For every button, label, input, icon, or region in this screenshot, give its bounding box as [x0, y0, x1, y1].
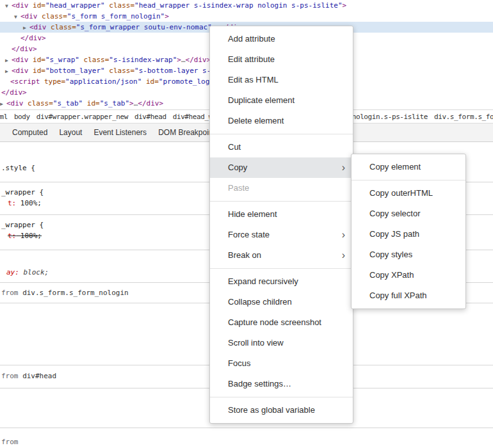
breadcrumb-item-body[interactable]: body: [11, 113, 33, 121]
menu-item-delete-element[interactable]: Delete element: [210, 111, 353, 131]
menu-item-store-as-global-variable[interactable]: Store as global variable: [210, 400, 353, 420]
css-property-name: ay:: [6, 268, 19, 276]
css-rule-selector[interactable]: _wrapper {: [1, 188, 44, 198]
closing-tag-token: </div>: [20, 34, 46, 42]
menu-item-duplicate-element[interactable]: Duplicate element: [210, 90, 353, 111]
css-rule-selector[interactable]: _wrapper {: [1, 220, 44, 230]
menu-item-focus[interactable]: Focus: [210, 353, 353, 374]
attr-value-token: "head_wrapper s-isindex-wrap nologin s-p…: [134, 1, 343, 10]
menu-item-copy-xpath[interactable]: Copy XPath: [352, 265, 465, 285]
inherited-from-row: from: [1, 437, 19, 447]
css-property-value[interactable]: 100%;: [16, 199, 42, 207]
tag-token: <div: [12, 56, 29, 64]
breadcrumb-item-s-form[interactable]: div.s_form.s_form_nologin: [431, 113, 493, 121]
menu-item-expand-recursively[interactable]: Expand recursively: [210, 271, 353, 292]
dom-tree-row[interactable]: ▼<div id="head_wrapper" class="head_wrap…: [0, 0, 493, 11]
inherited-from-row: from div#head: [1, 371, 56, 381]
disclosure-triangle-icon[interactable]: ▶: [0, 99, 6, 109]
menu-item-add-attribute[interactable]: Add attribute: [210, 29, 353, 49]
attr-name-token: class=: [38, 12, 67, 20]
menu-item-hide-element[interactable]: Hide element: [210, 204, 353, 225]
attr-value-token: "application/json": [65, 77, 141, 86]
disclosure-triangle-icon[interactable]: ▼: [14, 12, 20, 22]
menu-item-edit-as-html[interactable]: Edit as HTML: [210, 70, 353, 90]
closing-tag-token: </div>: [12, 45, 37, 53]
copy-submenu: Copy element Copy outerHTML Copy selecto…: [351, 154, 466, 309]
disclosure-triangle-icon[interactable]: ▶: [23, 22, 29, 33]
css-property-value: block;: [19, 268, 49, 276]
attr-value-token: "bottom_layer": [45, 67, 105, 75]
attr-name-token: class=: [79, 56, 109, 64]
tag-token: <div: [6, 99, 24, 108]
css-property-name[interactable]: t:: [8, 232, 16, 240]
css-property-name[interactable]: t:: [8, 199, 16, 207]
menu-item-edit-attribute[interactable]: Edit attribute: [210, 49, 353, 70]
menu-item-copy-full-xpath[interactable]: Copy full XPath: [352, 285, 465, 306]
menu-separator: [352, 180, 465, 180]
attr-name-token: id=: [83, 99, 100, 108]
tag-token: >: [165, 12, 169, 20]
disclosure-triangle-icon[interactable]: ▼: [5, 1, 12, 11]
tab-event-listeners[interactable]: Event Listeners: [88, 124, 152, 141]
menu-item-copy-styles[interactable]: Copy styles: [352, 244, 465, 265]
disclosure-triangle-icon[interactable]: ▶: [5, 66, 12, 76]
menu-separator: [210, 397, 353, 397]
menu-separator: [210, 201, 353, 202]
inherited-from-label: from: [1, 372, 22, 380]
attr-name-token: id=: [29, 56, 46, 64]
tab-layout[interactable]: Layout: [53, 124, 88, 141]
menu-item-cut[interactable]: Cut: [210, 137, 353, 157]
css-property-value[interactable]: 100%;: [16, 232, 42, 240]
attr-name-token: id=: [29, 67, 46, 75]
menu-item-paste: Paste: [210, 178, 353, 198]
tab-computed[interactable]: Computed: [6, 124, 53, 141]
attr-value-token: "head_wrapper": [45, 1, 105, 10]
element-style-selector[interactable]: .style {: [1, 163, 35, 173]
menu-item-break-on[interactable]: Break on›: [210, 245, 353, 266]
css-property-row-overridden[interactable]: t: 100%;: [8, 231, 42, 241]
attr-value-token: "s-isindex-wrap": [109, 56, 177, 64]
attr-name-token: class=: [105, 67, 134, 75]
inherited-from-label: from: [1, 289, 22, 297]
menu-item-collapse-children[interactable]: Collapse children: [210, 292, 353, 312]
context-menu: Add attribute Edit attribute Edit as HTM…: [209, 26, 353, 424]
attr-name-token: class=: [105, 1, 134, 10]
tag-token: >: [177, 56, 181, 64]
submenu-chevron-icon: ›: [342, 245, 345, 265]
submenu-chevron-icon: ›: [342, 157, 345, 177]
tag-token: >: [343, 1, 347, 10]
tag-token: </div>: [138, 99, 163, 108]
style-section-separator: [0, 428, 493, 428]
menu-item-copy-js-path[interactable]: Copy JS path: [352, 224, 465, 244]
menu-item-copy-element[interactable]: Copy element: [352, 157, 465, 177]
breadcrumb-item-head[interactable]: div#head: [131, 113, 170, 121]
menu-item-capture-node-screenshot[interactable]: Capture node screenshot: [210, 312, 353, 333]
submenu-chevron-icon: ›: [342, 225, 345, 244]
inherited-from-row: from div.s_form.s_form_nologin: [1, 288, 129, 298]
menu-item-copy[interactable]: Copy›: [210, 157, 353, 178]
dom-tree-row[interactable]: ▼<div class="s_form s_form_nologin">: [0, 11, 493, 22]
attr-value-token: "s_form s_form_nologin": [67, 12, 165, 20]
menu-item-scroll-into-view[interactable]: Scroll into view: [210, 333, 353, 353]
css-property-row[interactable]: t: 100%;: [8, 198, 42, 209]
attr-name-token: type=: [40, 77, 65, 86]
node-link[interactable]: div.s_form.s_form_nologin: [22, 289, 129, 297]
attr-value-token: "s_tab": [100, 99, 129, 108]
menu-item-label: Force state: [228, 230, 270, 239]
collapsed-ellipsis[interactable]: …: [181, 56, 186, 64]
menu-item-copy-outerhtml[interactable]: Copy outerHTML: [352, 183, 465, 204]
breadcrumb-item-html[interactable]: html: [0, 113, 11, 121]
disclosure-triangle-icon[interactable]: ▶: [5, 55, 12, 65]
node-link[interactable]: div#head: [22, 372, 56, 380]
css-property-row-readonly: ay: block;: [6, 268, 49, 278]
menu-item-label: Copy: [228, 163, 247, 172]
menu-item-force-state[interactable]: Force state›: [210, 225, 353, 245]
attr-name-token: class=: [24, 99, 53, 108]
menu-item-badge-settings[interactable]: Badge settings…: [210, 374, 353, 394]
breadcrumb-item-wrapper[interactable]: div#wrapper.wrapper_new: [33, 113, 131, 121]
tag-token: <div: [29, 23, 47, 31]
inherited-from-label: from: [1, 438, 19, 446]
menu-item-copy-selector[interactable]: Copy selector: [352, 204, 465, 224]
menu-item-label: Break on: [228, 250, 261, 260]
tag-token: <script: [10, 77, 40, 86]
